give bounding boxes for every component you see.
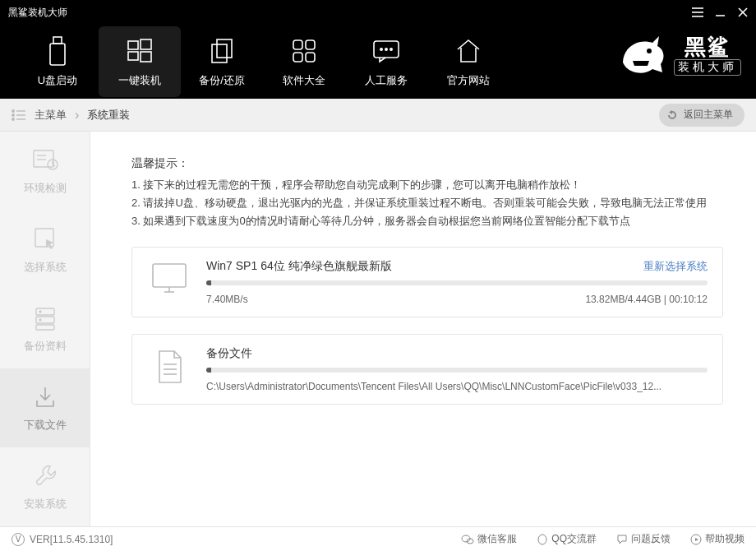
nav-label: 备份/还原	[199, 73, 245, 88]
nav-website[interactable]: 官方网站	[427, 26, 509, 97]
backup-path: C:\Users\Administrator\Documents\Tencent…	[206, 381, 708, 392]
close-icon[interactable]	[738, 7, 748, 17]
windows-icon	[126, 35, 154, 67]
breadcrumb-main[interactable]: 主菜单	[35, 108, 67, 123]
backup-title: 备份文件	[206, 346, 252, 361]
download-panel: Win7 SP1 64位 纯净绿色旗舰最新版 重新选择系统 7.40MB/s 1…	[131, 247, 723, 317]
reselect-system-link[interactable]: 重新选择系统	[643, 259, 708, 274]
content: 温馨提示： 1. 接下来的过程无需您的干预，程序会帮助您自动完成剩下的步骤，您可…	[90, 132, 756, 526]
svg-rect-34	[36, 308, 54, 315]
top-nav: U盘启动 一键装机 备份/还原 软件大全 人工服务 官方网站 黑鲨 装机大师	[0, 25, 756, 99]
svg-point-19	[380, 49, 382, 50]
svg-rect-36	[36, 325, 54, 330]
apps-icon	[291, 35, 317, 67]
footer-wechat[interactable]: 微信客服	[461, 532, 517, 546]
shark-icon	[616, 31, 669, 81]
nav-usb-boot[interactable]: U盘启动	[16, 26, 99, 97]
tips-line-2: 2. 请拔掉U盘、移动硬盘，退出光驱内的光盘，并保证系统重装过程不断电。否则重装…	[131, 194, 723, 212]
step-label: 安装系统	[24, 497, 67, 512]
breadcrumb: 主菜单 › 系统重装 返回主菜单	[0, 99, 756, 132]
svg-point-25	[12, 113, 14, 115]
chat-icon	[371, 35, 401, 67]
svg-rect-10	[128, 52, 138, 60]
monitor-icon	[147, 259, 191, 305]
qq-icon	[537, 534, 548, 545]
wrench-icon	[32, 462, 58, 490]
version-badge-icon: V	[12, 533, 25, 546]
settings-doc-icon	[31, 146, 59, 174]
step-label: 备份资料	[24, 339, 67, 354]
svg-rect-6	[53, 37, 62, 44]
back-label: 返回主菜单	[684, 108, 733, 122]
svg-point-47	[538, 535, 546, 544]
backup-progress-fill	[206, 368, 211, 373]
svg-rect-39	[153, 264, 186, 287]
svg-rect-29	[34, 150, 53, 167]
back-arrow-icon	[666, 109, 679, 122]
svg-rect-11	[141, 52, 151, 62]
download-progress-fill	[206, 280, 211, 285]
brand-name: 黑鲨	[685, 36, 731, 58]
tips-line-3: 3. 如果遇到下载速度为0的情况时请耐心等待几分钟，服务器会自动根据您当前网络位…	[131, 212, 723, 230]
svg-rect-35	[36, 317, 54, 323]
server-icon	[33, 304, 58, 332]
download-stats: 13.82MB/4.44GB | 00:10:12	[585, 294, 708, 305]
nav-support[interactable]: 人工服务	[345, 26, 427, 97]
svg-rect-33	[35, 229, 53, 247]
step-download-files[interactable]: 下载文件	[0, 368, 90, 447]
footer-feedback[interactable]: 问题反馈	[616, 532, 671, 546]
footer-label: QQ交流群	[551, 532, 597, 546]
usb-icon	[47, 35, 68, 67]
wechat-icon	[461, 534, 474, 545]
step-label: 环境检测	[24, 181, 67, 196]
titlebar: 黑鲨装机大师	[0, 0, 756, 25]
step-label: 选择系统	[24, 260, 67, 275]
backup-progress	[206, 368, 708, 373]
main-area: 环境检测 选择系统 备份资料 下载文件 安装系统 温馨提示： 1. 接下来的过程…	[0, 132, 756, 526]
tips-title: 温馨提示：	[131, 156, 723, 171]
svg-rect-9	[141, 39, 151, 49]
nav-backup-restore[interactable]: 备份/还原	[181, 26, 263, 97]
svg-point-20	[385, 49, 387, 50]
step-select-system[interactable]: 选择系统	[0, 211, 90, 289]
footer-label: 微信客服	[477, 532, 517, 546]
svg-point-21	[390, 49, 392, 50]
feedback-icon	[616, 534, 628, 545]
footer: V VER[11.5.45.1310] 微信客服 QQ交流群 问题反馈 帮助视频	[0, 526, 756, 551]
nav-label: 人工服务	[365, 73, 408, 88]
nav-label: 官方网站	[447, 73, 490, 88]
footer-label: 问题反馈	[631, 532, 671, 546]
svg-point-23	[12, 109, 14, 111]
footer-help-video[interactable]: 帮助视频	[690, 532, 744, 546]
chevron-right-icon: ›	[75, 108, 79, 123]
svg-rect-7	[50, 44, 65, 65]
step-env-check[interactable]: 环境检测	[0, 132, 90, 211]
download-progress	[206, 280, 708, 285]
nav-label: 软件大全	[283, 73, 325, 88]
svg-point-27	[12, 118, 14, 119]
video-icon	[690, 534, 702, 545]
backup-panel: 备份文件 C:\Users\Administrator\Documents\Te…	[131, 334, 723, 405]
window-controls	[692, 7, 748, 17]
version-text: VER[11.5.45.1310]	[30, 534, 113, 545]
app-title: 黑鲨装机大师	[8, 6, 692, 20]
nav-label: U盘启动	[38, 73, 77, 88]
brand-sub: 装机大师	[674, 59, 741, 76]
list-icon	[12, 109, 26, 121]
svg-rect-13	[212, 44, 227, 63]
step-backup-data[interactable]: 备份资料	[0, 289, 90, 368]
menu-icon[interactable]	[692, 7, 703, 17]
svg-rect-17	[306, 53, 315, 62]
step-install-system[interactable]: 安装系统	[0, 447, 90, 526]
footer-qq[interactable]: QQ交流群	[537, 532, 597, 546]
svg-rect-8	[128, 41, 138, 49]
nav-one-click-install[interactable]: 一键装机	[99, 26, 181, 97]
svg-rect-15	[306, 40, 315, 49]
copy-icon	[209, 35, 235, 67]
nav-label: 一键装机	[118, 73, 161, 88]
minimize-icon[interactable]	[715, 7, 726, 17]
svg-point-38	[39, 319, 41, 321]
nav-software[interactable]: 软件大全	[263, 26, 345, 97]
back-to-main-button[interactable]: 返回主菜单	[659, 104, 744, 127]
tips-line-1: 1. 接下来的过程无需您的干预，程序会帮助您自动完成剩下的步骤，您可以离开电脑稍…	[131, 176, 723, 194]
